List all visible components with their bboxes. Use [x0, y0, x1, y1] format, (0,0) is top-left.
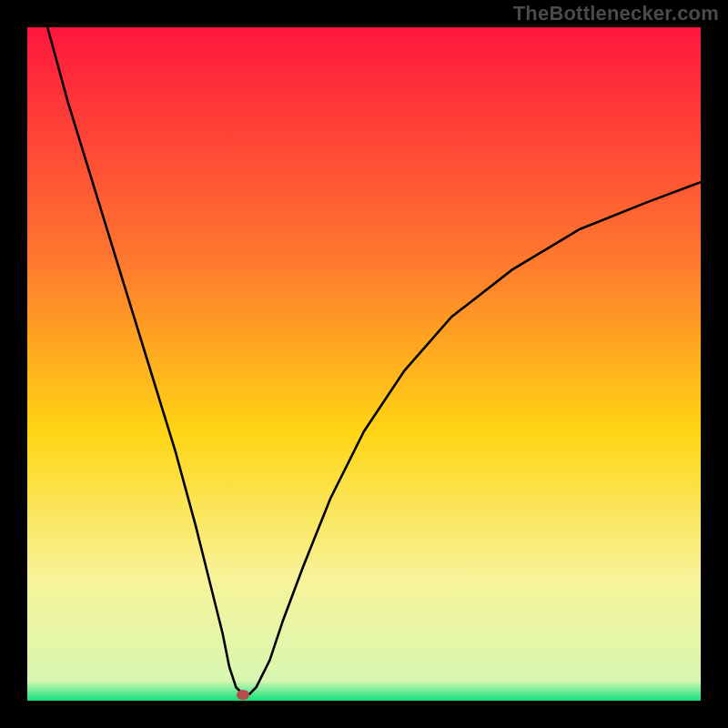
chart-frame: TheBottlenecker.com: [0, 0, 728, 728]
plot-area: [27, 27, 701, 701]
min-marker: [237, 690, 249, 700]
curve-layer: [27, 27, 701, 701]
bottleneck-curve: [47, 27, 701, 694]
attribution-text: TheBottlenecker.com: [513, 2, 719, 25]
